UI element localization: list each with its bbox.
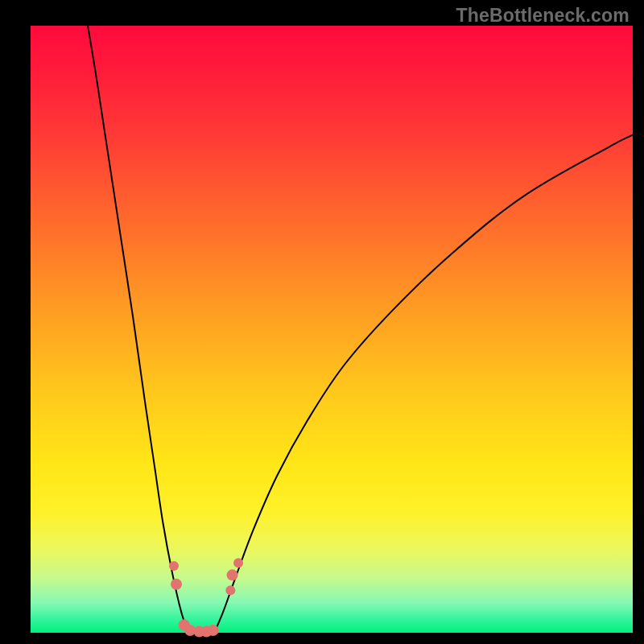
outer-frame: TheBottleneck.com: [0, 0, 644, 644]
chart-gradient-background: [31, 26, 633, 633]
watermark-text: TheBottleneck.com: [456, 5, 630, 27]
